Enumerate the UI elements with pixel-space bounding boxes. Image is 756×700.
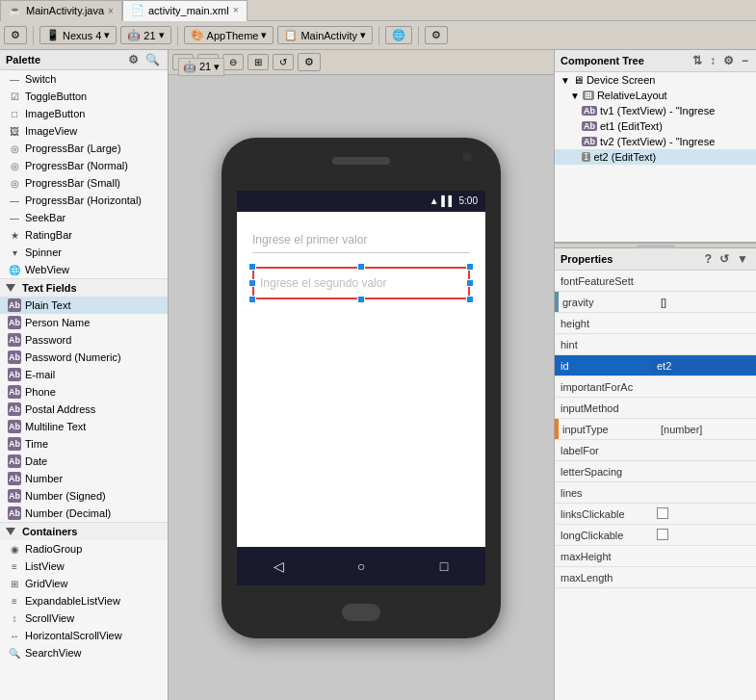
properties-scroll[interactable]: fontFeatureSett gravity [] height: [555, 271, 756, 588]
component-tree-panel: Component Tree ⇅ ↕ ⚙ − ▼ 🖥 Device Screen…: [555, 50, 756, 243]
tree-item-tv1[interactable]: Ab tv1 (TextView) - "Ingrese: [555, 103, 756, 118]
tree-item-device-screen[interactable]: ▼ 🖥 Device Screen: [555, 72, 756, 88]
tree-item-et1[interactable]: Ab et1 (EditText): [555, 118, 756, 134]
palette-item-webview[interactable]: 🌐 WebView: [0, 261, 168, 278]
palette-gear-icon[interactable]: ⚙: [126, 52, 141, 67]
api-badge: 🤖 21 ▾: [178, 75, 224, 76]
palette-item-multiline[interactable]: Ab Multiline Text: [0, 418, 168, 435]
palette-item-date[interactable]: Ab Date: [0, 453, 168, 470]
prop-value-longclickable[interactable]: [651, 527, 756, 544]
palette-item-searchview[interactable]: 🔍 SearchView: [0, 644, 168, 661]
palette-item-phone[interactable]: Ab Phone: [0, 383, 168, 401]
tree-item-tv2[interactable]: Ab tv2 (TextView) - "Ingrese: [555, 134, 756, 149]
longclickable-checkbox[interactable]: [657, 529, 668, 540]
prop-help-icon[interactable]: ?: [703, 251, 714, 267]
prop-value-hint[interactable]: [651, 343, 756, 347]
prop-value-importantforac[interactable]: [651, 385, 756, 389]
activity-btn[interactable]: 📋 MainActivity ▾: [277, 26, 373, 44]
prop-value-gravity[interactable]: []: [655, 295, 756, 310]
palette-item-password-numeric[interactable]: Ab Password (Numeric): [0, 349, 168, 366]
palette-item-progressbar-small[interactable]: ◎ ProgressBar (Small): [0, 174, 168, 192]
theme-btn[interactable]: 🎨 AppTheme ▾: [184, 26, 274, 44]
prop-value-id[interactable]: et2: [651, 359, 756, 373]
tree-item-relativelayout[interactable]: ▼ ⊞ RelativeLayout: [555, 88, 756, 103]
palette-label-scrollview: ScrollView: [25, 612, 74, 624]
palette-search-icon[interactable]: 🔍: [143, 52, 162, 67]
phone-edittext-container[interactable]: Ingrese el segundo valor: [252, 267, 470, 299]
palette-item-seekbar[interactable]: — SeekBar: [0, 209, 168, 226]
prop-value-fontfeature[interactable]: [651, 279, 756, 283]
palette-item-expandablelistview[interactable]: ≡ ExpandableListView: [0, 592, 168, 609]
tab-xml-label: activity_main.xml: [148, 5, 229, 16]
device-selector-btn[interactable]: 📱 Nexus 4 ▾: [39, 26, 117, 44]
properties-title: Properties: [560, 253, 613, 265]
palette-label-person-name: Person Name: [25, 317, 90, 328]
tab-activity-xml[interactable]: 📄 activity_main.xml ×: [122, 0, 248, 21]
fit-btn[interactable]: ⊞: [248, 54, 269, 70]
prop-value-labelfor[interactable]: [651, 449, 756, 453]
tab-main-activity[interactable]: ☕ MainActivity.java ×: [0, 0, 122, 21]
palette-item-radiogroup[interactable]: ◉ RadioGroup: [0, 540, 168, 557]
prop-value-inputtype[interactable]: [number]: [655, 422, 756, 437]
prop-value-linksclickable[interactable]: [651, 506, 756, 523]
palette-item-switch[interactable]: — Switch: [0, 70, 168, 88]
nav-home-btn[interactable]: ○: [350, 555, 373, 578]
prop-filter-icon[interactable]: ▼: [735, 251, 750, 267]
prop-value-maxlength[interactable]: [651, 576, 756, 580]
refresh-btn[interactable]: ↺: [273, 54, 294, 70]
prop-value-inputmethod[interactable]: [651, 406, 756, 410]
palette-settings-btn[interactable]: ⚙: [4, 26, 27, 44]
nav-recents-btn[interactable]: □: [432, 555, 456, 578]
globe-btn[interactable]: 🌐: [385, 26, 412, 44]
api-level-btn[interactable]: 🤖 21 ▾: [120, 26, 170, 44]
prop-value-lines[interactable]: [651, 491, 756, 495]
prop-reset-icon[interactable]: ↺: [717, 251, 731, 267]
tree-sort2-icon[interactable]: ↕: [708, 53, 717, 68]
palette-item-plain-text[interactable]: Ab Plain Text: [0, 297, 168, 314]
palette-item-time[interactable]: Ab Time: [0, 435, 168, 453]
palette-item-hscrollview[interactable]: ↔ HorizontalScrollView: [0, 627, 168, 644]
palette-item-progressbar-horiz[interactable]: — ProgressBar (Horizontal): [0, 192, 168, 209]
palette-item-scrollview[interactable]: ↕ ScrollView: [0, 609, 168, 627]
prop-row-id[interactable]: id et2: [555, 355, 756, 376]
palette-label-progressbar-horiz: ProgressBar (Horizontal): [25, 194, 142, 206]
tree-minus-icon[interactable]: −: [740, 53, 750, 68]
palette-item-progressbar-normal[interactable]: ◎ ProgressBar (Normal): [0, 157, 168, 174]
palette-item-listview[interactable]: ≡ ListView: [0, 557, 168, 575]
palette-item-progressbar-large[interactable]: ◎ ProgressBar (Large): [0, 140, 168, 157]
linksclickable-checkbox[interactable]: [657, 507, 668, 519]
tree-item-et2[interactable]: I et2 (EditText): [555, 149, 756, 165]
prop-value-maxheight[interactable]: [651, 555, 756, 558]
device-screen-icon: 🖥: [573, 74, 584, 86]
handle-tl: [248, 263, 256, 271]
prop-value-height[interactable]: [651, 322, 756, 325]
tab-close-main-activity[interactable]: ×: [108, 6, 114, 16]
status-icons: ▲ ▌▌: [430, 195, 456, 206]
palette-item-ratingbar[interactable]: ★ RatingBar: [0, 226, 168, 244]
palette-item-gridview[interactable]: ⊞ GridView: [0, 575, 168, 592]
palette-item-number-decimal[interactable]: Ab Number (Decimal): [0, 505, 168, 522]
design-canvas[interactable]: 🤖 21 ▾ ▲ ▌▌ 5:00: [169, 75, 554, 700]
tab-close-xml[interactable]: ×: [233, 5, 239, 15]
category-text-fields[interactable]: Text Fields: [0, 278, 168, 297]
palette-item-spinner[interactable]: ▾ Spinner: [0, 244, 168, 261]
palette-item-number-signed[interactable]: Ab Number (Signed): [0, 487, 168, 505]
tree-gear-icon[interactable]: ⚙: [721, 53, 736, 68]
palette-item-email[interactable]: Ab E-mail: [0, 366, 168, 383]
activity-chevron: ▾: [360, 29, 366, 41]
palette-item-password[interactable]: Ab Password: [0, 331, 168, 349]
tree-sort-icon[interactable]: ⇅: [691, 53, 704, 68]
settings-btn[interactable]: ⚙: [425, 26, 448, 44]
palette-item-postal[interactable]: Ab Postal Address: [0, 401, 168, 418]
zoom-out-btn[interactable]: ⊖: [222, 54, 244, 70]
nav-back-btn[interactable]: ◁: [267, 555, 290, 578]
prop-value-letterspacing[interactable]: [651, 470, 756, 474]
palette-item-imageview[interactable]: 🖼 ImageView: [0, 122, 168, 140]
category-containers[interactable]: Containers: [0, 522, 168, 540]
palette-item-imagebutton[interactable]: □ ImageButton: [0, 105, 168, 122]
palette-item-person-name[interactable]: Ab Person Name: [0, 314, 168, 331]
design-settings-btn[interactable]: ⚙: [298, 53, 321, 71]
spinner-icon: ▾: [8, 246, 21, 259]
palette-item-togglebutton[interactable]: ☑ ToggleButton: [0, 88, 168, 105]
palette-item-number[interactable]: Ab Number: [0, 470, 168, 487]
